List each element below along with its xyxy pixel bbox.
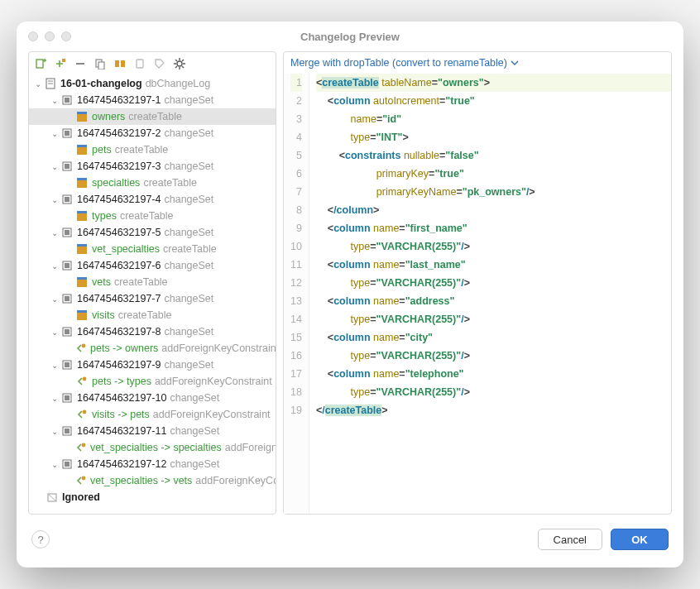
chevron-down-icon[interactable]: ⌄ <box>49 427 60 436</box>
code-editor[interactable]: 12345678910111213141516171819 <createTab… <box>284 74 671 514</box>
tree-leaf[interactable]: types createTable <box>29 208 276 224</box>
tree-changeset[interactable]: ⌄ 1647454632197-7 changeSet <box>29 290 276 307</box>
tree-type: changeSet <box>165 326 214 338</box>
dialog-footer: ? Cancel OK <box>28 521 672 558</box>
tree-label: 1647454632197-11 <box>77 425 166 437</box>
svg-rect-31 <box>77 145 87 147</box>
svg-line-20 <box>182 60 184 61</box>
foreign-key-icon <box>75 441 87 454</box>
tree-ignored[interactable]: Ignored <box>29 489 276 505</box>
tree-leaf[interactable]: vets createTable <box>29 274 276 290</box>
tree-changeset[interactable]: ⌄ 1647454632197-2 changeSet <box>29 125 276 141</box>
chevron-down-icon[interactable]: ⌄ <box>49 195 60 204</box>
svg-rect-33 <box>65 164 70 169</box>
button-bar: Cancel OK <box>538 529 669 550</box>
tree-label: Ignored <box>62 491 100 503</box>
tag-icon[interactable] <box>153 57 166 70</box>
tree-changeset[interactable]: ⌄ 1647454632197-4 changeSet <box>29 191 276 208</box>
ok-button[interactable]: OK <box>611 529 669 550</box>
tree-changeset[interactable]: ⌄ 1647454632197-5 changeSet <box>29 224 276 241</box>
table-icon <box>75 110 89 123</box>
clipboard-icon[interactable] <box>133 57 146 70</box>
changelog-tree[interactable]: ⌄ 16-01-changelog dbChangeLog ⌄ 16474546… <box>29 75 276 514</box>
svg-point-63 <box>82 443 86 448</box>
main-split: ⌄ 16-01-changelog dbChangeLog ⌄ 16474546… <box>28 51 672 515</box>
tree-leaf[interactable]: visits createTable <box>29 307 276 323</box>
tree-label: 1647454632197-8 <box>77 326 161 338</box>
tree-label: 1647454632197-12 <box>77 458 166 470</box>
chevron-down-icon[interactable]: ⌄ <box>49 294 60 304</box>
tree-label: owners <box>92 111 125 122</box>
gear-icon[interactable] <box>173 57 186 70</box>
tree-leaf[interactable]: pets -> owners addForeignKeyConstraint <box>29 340 276 357</box>
tree-changeset[interactable]: ⌄ 1647454632197-3 changeSet <box>29 158 276 175</box>
chevron-down-icon[interactable]: ⌄ <box>49 261 60 271</box>
copy-icon[interactable] <box>93 57 107 70</box>
changeset-icon <box>60 160 74 173</box>
minimize-icon[interactable] <box>45 31 55 41</box>
svg-line-18 <box>182 66 184 68</box>
chevron-down-icon[interactable]: ⌄ <box>49 328 60 337</box>
tree-label: specialties <box>92 177 140 189</box>
tree-leaf[interactable]: vet_specialties createTable <box>29 241 276 257</box>
tree-type: changeSet <box>170 392 219 404</box>
remove-icon[interactable] <box>74 57 87 70</box>
foreign-key-icon <box>75 474 87 487</box>
chevron-down-icon[interactable]: ⌄ <box>49 96 60 105</box>
chevron-down-icon[interactable]: ⌄ <box>49 361 60 370</box>
add-changeset-icon[interactable] <box>34 57 47 70</box>
chevron-down-icon[interactable]: ⌄ <box>49 460 60 469</box>
tree-leaf[interactable]: visits -> pets addForeignKeyConstraint <box>29 406 276 423</box>
merge-link[interactable]: Merge with dropTable (convert to renameT… <box>284 52 671 74</box>
changeset-icon <box>60 127 74 140</box>
zoom-icon[interactable] <box>61 31 71 41</box>
line-gutter: 12345678910111213141516171819 <box>284 74 309 514</box>
tree-changeset[interactable]: ⌄ 1647454632197-6 changeSet <box>29 257 276 274</box>
svg-point-57 <box>83 377 87 381</box>
table-icon <box>75 176 89 189</box>
tree-type: changeSet <box>165 227 214 238</box>
svg-rect-62 <box>65 429 70 433</box>
changeset-icon <box>60 391 74 405</box>
chevron-down-icon[interactable]: ⌄ <box>49 162 60 171</box>
close-icon[interactable] <box>28 31 38 41</box>
tree-leaf-selected[interactable]: owners createTable <box>29 108 276 125</box>
svg-rect-51 <box>77 310 87 313</box>
tree-type: createTable <box>115 144 169 156</box>
move-icon[interactable] <box>113 57 127 70</box>
svg-rect-41 <box>65 230 70 235</box>
tree-changeset[interactable]: ⌄ 1647454632197-1 changeSet <box>29 92 276 108</box>
svg-rect-35 <box>77 178 87 180</box>
chevron-down-icon[interactable]: ⌄ <box>49 228 60 237</box>
tree-leaf[interactable]: vet_specialties -> specialties addForeig… <box>29 439 276 456</box>
tree-type: changeSet <box>165 194 214 205</box>
chevron-down-icon[interactable]: ⌄ <box>32 79 44 89</box>
svg-rect-25 <box>65 98 70 103</box>
tree-leaf[interactable]: vet_specialties -> vets addForeignKeyCon… <box>29 472 276 489</box>
tree-leaf[interactable]: specialties createTable <box>29 175 276 191</box>
cancel-button[interactable]: Cancel <box>538 529 602 550</box>
tree-changeset[interactable]: ⌄ 1647454632197-9 changeSet <box>29 357 276 373</box>
svg-rect-9 <box>115 60 119 67</box>
tree-changeset[interactable]: ⌄ 1647454632197-8 changeSet <box>29 323 276 340</box>
ignored-icon <box>46 491 59 504</box>
tree-root[interactable]: ⌄ 16-01-changelog dbChangeLog <box>29 75 276 92</box>
tree-label: 16-01-changelog <box>60 78 142 89</box>
add-child-icon[interactable] <box>54 57 67 70</box>
changeset-icon <box>60 424 74 438</box>
svg-rect-11 <box>137 60 143 68</box>
tree-label: 1647454632197-7 <box>77 293 161 304</box>
svg-rect-47 <box>77 277 87 280</box>
tree-leaf[interactable]: pets -> types addForeignKeyConstraint <box>29 373 276 390</box>
tree-changeset[interactable]: ⌄ 1647454632197-11 changeSet <box>29 423 276 439</box>
chevron-down-icon[interactable]: ⌄ <box>49 129 60 138</box>
help-button[interactable]: ? <box>31 530 50 548</box>
tree-changeset[interactable]: ⌄ 1647454632197-12 changeSet <box>29 456 276 472</box>
tree-type: addForeignKeyConstraint <box>225 442 276 453</box>
foreign-key-icon <box>75 375 89 388</box>
svg-rect-43 <box>77 244 87 247</box>
tree-leaf[interactable]: pets createTable <box>29 141 276 158</box>
tree-changeset[interactable]: ⌄ 1647454632197-10 changeSet <box>29 390 276 406</box>
tree-label: 1647454632197-4 <box>77 194 161 205</box>
chevron-down-icon[interactable]: ⌄ <box>49 394 60 403</box>
